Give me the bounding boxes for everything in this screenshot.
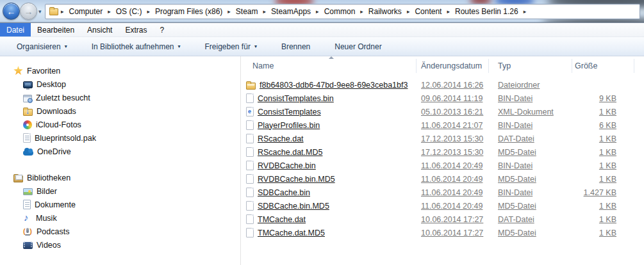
menu-item-[interactable]: ? [153, 23, 170, 36]
file-size: 1 KB [572, 108, 634, 116]
breadcrumb-item-common[interactable]: Common [320, 5, 359, 18]
file-name[interactable]: TMCache.dat [258, 215, 306, 224]
file-name-cell: ConsistTemplates.bin [241, 93, 417, 103]
dropdown-arrow-icon: ▾ [254, 44, 257, 49]
file-name[interactable]: RScache.dat.MD5 [258, 148, 322, 157]
documents-icon [23, 200, 31, 209]
file-list-pane: Name Änderungsdatum Typ Größe f8b64803-d… [241, 56, 644, 265]
menu-item-datei[interactable]: Datei [0, 23, 31, 36]
recent-places-icon [23, 95, 32, 102]
sidebar-item-label: iCloud-Fotos [36, 120, 81, 129]
table-row[interactable]: TMCache.dat10.06.2014 17:27DAT-Datei1 KB [241, 213, 644, 226]
breadcrumb-item-routes-berlin-1-26[interactable]: Routes Berlin 1.26 [451, 5, 522, 18]
sidebar-item-zuletzt-besucht[interactable]: Zuletzt besucht [0, 91, 240, 104]
column-header-size[interactable]: Größe [572, 59, 634, 73]
sidebar-item-dokumente[interactable]: Dokumente [0, 198, 240, 211]
back-arrow-icon: ← [7, 6, 16, 17]
column-label: Name [252, 61, 274, 70]
table-row[interactable]: PlayerProfiles.bin11.06.2014 21:07BIN-Da… [241, 118, 644, 132]
breadcrumb-separator-icon: ▸ [60, 8, 65, 15]
toolbar-button-brennen[interactable]: Brennen [276, 40, 315, 54]
breadcrumb-item-os-c[interactable]: OS (C:) [112, 5, 146, 18]
column-header-type[interactable]: Typ [489, 59, 572, 73]
file-name[interactable]: ConsistTemplates.bin [258, 94, 334, 103]
table-row[interactable]: RVDBCache.bin.MD511.06.2014 20:49MD5-Dat… [241, 172, 644, 186]
dropdown-arrow-icon: ▾ [65, 44, 67, 49]
file-name[interactable]: f8b64803-ddb6-47bd-9ee8-69e3ceba1bf3 [260, 81, 408, 90]
file-modified: 11.06.2014 21:07 [417, 121, 489, 130]
file-type: BIN-Datei [489, 161, 572, 170]
sidebar-item-onedrive[interactable]: OneDrive [0, 145, 240, 158]
breadcrumb-item-content[interactable]: Content [411, 5, 445, 18]
xml-file-icon [246, 107, 254, 116]
menu-item-extras[interactable]: Extras [119, 23, 153, 36]
file-name[interactable]: SDBCache.bin.MD5 [258, 202, 329, 211]
table-row[interactable]: RScache.dat.MD517.12.2013 15:30MD5-Datei… [241, 145, 644, 159]
file-name[interactable]: RScache.dat [258, 134, 304, 143]
file-name[interactable]: RVDBCache.bin [258, 161, 316, 170]
podcasts-icon [23, 227, 33, 236]
sidebar-item-videos[interactable]: Videos [0, 238, 240, 252]
file-name[interactable]: TMCache.dat.MD5 [258, 229, 325, 237]
breadcrumb-item-railworks[interactable]: Railworks [365, 5, 406, 18]
toolbar-button-neuer-ordner[interactable]: Neuer Ordner [329, 40, 386, 54]
sidebar-item-bilder[interactable]: Bilder [0, 184, 240, 198]
table-row[interactable]: TMCache.dat.MD510.06.2014 17:27MD5-Datei… [241, 226, 644, 239]
toolbar-button-organisieren[interactable]: Organisieren▾ [12, 40, 72, 54]
breadcrumb-separator-icon: ▸ [262, 8, 268, 15]
sidebar-item-musik[interactable]: Musik [0, 211, 240, 225]
file-modified: 11.06.2014 20:49 [417, 188, 489, 197]
column-header-name[interactable]: Name [241, 59, 417, 73]
file-type: Dateiordner [489, 81, 572, 90]
forward-button[interactable]: → [20, 3, 37, 20]
music-icon [23, 213, 32, 223]
table-row[interactable]: SDBCache.bin.MD511.06.2014 20:49MD5-Date… [241, 199, 644, 213]
breadcrumb-item-steam[interactable]: Steam [232, 5, 262, 18]
file-type: MD5-Datei [489, 229, 572, 237]
file-size: 1 KB [572, 134, 634, 143]
icloud-photos-icon [23, 120, 32, 129]
table-row[interactable]: ConsistTemplates05.10.2013 16:21XML-Doku… [241, 105, 644, 118]
history-dropdown-icon[interactable]: ▾ [38, 8, 42, 15]
breadcrumb-item-steamapps[interactable]: SteamApps [267, 5, 315, 18]
table-row[interactable]: f8b64803-ddb6-47bd-9ee8-69e3ceba1bf312.0… [241, 78, 644, 92]
sidebar-item-podcasts[interactable]: Podcasts [0, 225, 240, 238]
toolbar-button-freigeben-f-r[interactable]: Freigeben für▾ [200, 40, 262, 54]
sidebar-group-bibliotheken[interactable]: Bibliotheken [0, 171, 240, 184]
table-row[interactable]: ConsistTemplates.bin09.06.2014 11:19BIN-… [241, 92, 644, 105]
sidebar-group-favoriten[interactable]: Favoriten [0, 64, 240, 77]
back-button[interactable]: ← [3, 3, 20, 20]
breadcrumb[interactable]: ▸Computer▸OS (C:)▸Program Files (x86)▸St… [45, 4, 640, 19]
file-type: MD5-Datei [489, 175, 572, 184]
table-row[interactable]: RVDBCache.bin11.06.2014 20:49BIN-Datei1 … [241, 159, 644, 172]
sidebar-item-blueprintsold-pak[interactable]: Blueprintsold.pak [0, 131, 240, 145]
file-name-cell: ConsistTemplates [241, 107, 417, 116]
table-row[interactable]: SDBCache.bin11.06.2014 20:49BIN-Datei1.4… [241, 186, 644, 199]
menu-item-bearbeiten[interactable]: Bearbeiten [31, 23, 81, 36]
file-size: 1 KB [572, 202, 634, 211]
file-name[interactable]: PlayerProfiles.bin [258, 121, 320, 130]
file-name[interactable]: RVDBCache.bin.MD5 [258, 175, 335, 184]
column-label: Größe [575, 61, 597, 70]
mic-body [26, 228, 29, 233]
explorer-window: ← → ▾ ▸Computer▸OS (C:)▸Program Files (x… [0, 0, 644, 265]
menu-item-ansicht[interactable]: Ansicht [81, 23, 119, 36]
file-type: XML-Dokument [489, 108, 572, 116]
sidebar-item-label: OneDrive [37, 147, 71, 156]
file-name-cell: RScache.dat.MD5 [241, 147, 417, 157]
file-modified: 11.06.2014 20:49 [417, 161, 489, 170]
column-header-date[interactable]: Änderungsdatum [417, 59, 489, 73]
file-name[interactable]: SDBCache.bin [258, 188, 310, 197]
breadcrumb-item-computer[interactable]: Computer [65, 5, 107, 18]
file-icon [246, 201, 254, 211]
breadcrumb-item-program-files-x86[interactable]: Program Files (x86) [151, 5, 226, 18]
sidebar-item-icloud-fotos[interactable]: iCloud-Fotos [0, 118, 240, 131]
sidebar-item-desktop[interactable]: Desktop [0, 77, 240, 91]
file-type: DAT-Datei [489, 215, 572, 224]
file-name[interactable]: ConsistTemplates [258, 108, 321, 116]
sidebar-item-downloads[interactable]: Downloads [0, 104, 240, 118]
file-type: MD5-Datei [489, 148, 572, 157]
file-name-cell: TMCache.dat.MD5 [241, 228, 417, 237]
table-row[interactable]: RScache.dat17.12.2013 15:30DAT-Datei1 KB [241, 132, 644, 145]
toolbar-button-in-bibliothek-aufnehmen[interactable]: In Bibliothek aufnehmen▾ [87, 40, 186, 54]
